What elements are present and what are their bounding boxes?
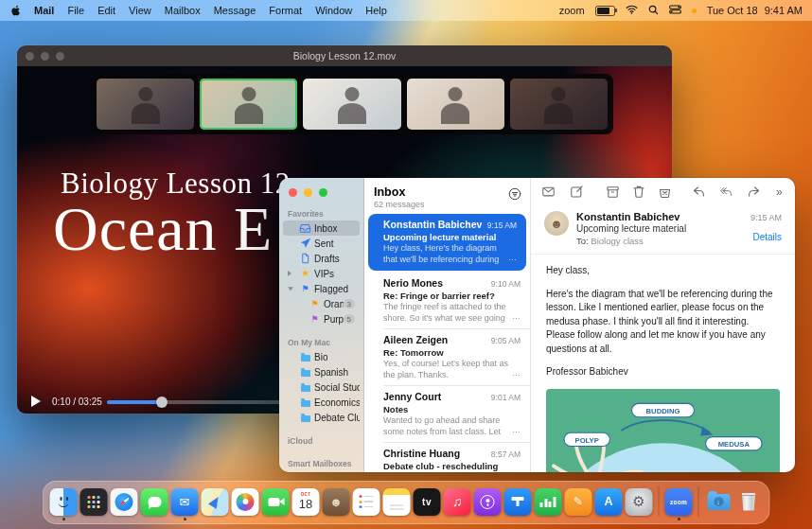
message-subject: Upcoming lecture material — [576, 223, 743, 234]
forward-icon[interactable] — [748, 186, 760, 197]
photos-app-icon[interactable] — [232, 488, 259, 516]
zoom-app-icon[interactable]: zoom — [665, 488, 693, 516]
sidebar-item-sent[interactable]: Sent — [283, 236, 360, 251]
chevron-down-icon[interactable] — [288, 287, 293, 291]
participant-video-tile[interactable] — [510, 79, 608, 130]
participant-video-tile[interactable] — [97, 79, 194, 130]
sidebar-item-label: Purple — [324, 314, 344, 325]
diagram-label-polyp: POLYP — [575, 435, 599, 444]
message-list-item[interactable]: Jenny Court9:01 AMNotesWanted to go ahea… — [364, 386, 530, 443]
launchpad-app-icon[interactable] — [80, 488, 108, 516]
menu-extra-zoom[interactable]: zoom — [559, 5, 585, 16]
participant-video-tile[interactable] — [407, 79, 504, 130]
sidebar-item-social-studies[interactable]: Social Studies — [283, 379, 360, 395]
sidebar-item-economics[interactable]: Economics — [283, 395, 360, 410]
trash-icon[interactable] — [735, 488, 763, 516]
apple-menu-icon[interactable] — [9, 4, 21, 17]
dock: ✉OCT18☻tv♫✎A⚙zoom↓ — [43, 481, 770, 524]
unread-count-badge: 3 — [344, 299, 355, 309]
sidebar-item-spanish[interactable]: Spanish — [283, 364, 360, 379]
menu-file[interactable]: File — [67, 5, 84, 16]
sidebar-item-label: Drafts — [314, 254, 340, 264]
menu-mailbox[interactable]: Mailbox — [165, 5, 201, 16]
participant-video-tile[interactable] — [303, 79, 400, 130]
menu-message[interactable]: Message — [214, 5, 256, 16]
keynote-app-icon[interactable] — [504, 488, 532, 516]
zoom-window-button[interactable] — [319, 188, 327, 197]
message-subject: Debate club - rescheduling — [383, 461, 521, 471]
message-list-item[interactable]: Nerio Mones9:10 AMRe: Fringe or barrier … — [364, 273, 530, 329]
sidebar-item-inbox[interactable]: Inbox — [283, 220, 360, 236]
reply-icon[interactable] — [693, 186, 705, 197]
sidebar-item-drafts[interactable]: Drafts — [283, 251, 360, 266]
message-list-item[interactable]: Konstantin Babichev9:15 AMUpcoming lectu… — [368, 214, 526, 271]
compose-icon[interactable] — [571, 185, 583, 198]
close-window-button[interactable] — [289, 188, 297, 197]
contacts-app-icon[interactable]: ☻ — [323, 488, 350, 516]
pages-app-icon[interactable]: ✎ — [565, 488, 592, 516]
sidebar-item-bio[interactable]: Bio — [283, 349, 360, 364]
delete-icon[interactable] — [633, 185, 644, 198]
video-scrubber-handle[interactable] — [156, 397, 168, 408]
menu-help[interactable]: Help — [365, 5, 387, 16]
control-center-icon[interactable] — [669, 5, 681, 16]
calendar-date: OCT18 — [299, 493, 312, 511]
numbers-app-icon[interactable] — [535, 488, 562, 516]
music-app-icon[interactable]: ♫ — [444, 488, 471, 516]
chevron-right-icon[interactable] — [288, 271, 291, 276]
system-settings-app-icon[interactable]: ⚙ — [626, 488, 653, 516]
message-list-item[interactable]: Aileen Zeigen9:05 AMRe: TomorrowYes, of … — [364, 329, 530, 386]
message-time: 9:15 AM — [487, 220, 517, 230]
appletv-app-icon[interactable]: tv — [414, 488, 441, 516]
diagram-label-budding: BUDDING — [646, 406, 680, 414]
downloads-folder-icon[interactable]: ↓ — [705, 488, 733, 516]
app-store-app-icon[interactable]: A — [595, 488, 623, 516]
filter-icon[interactable] — [508, 187, 521, 204]
sidebar-item-vips[interactable]: ★VIPs — [283, 266, 360, 281]
menu-window[interactable]: Window — [315, 5, 352, 16]
drafts-icon — [299, 253, 311, 264]
preview-ellipsis: … — [512, 425, 521, 436]
archive-icon[interactable] — [607, 186, 619, 198]
reply-all-icon[interactable] — [720, 186, 733, 197]
menu-date[interactable]: Tue Oct 18 — [707, 5, 758, 16]
sidebar-item-debate-club[interactable]: Debate Club — [283, 410, 360, 425]
get-mail-icon[interactable] — [542, 186, 555, 197]
search-icon[interactable] — [794, 185, 795, 198]
menu-edit[interactable]: Edit — [97, 5, 115, 16]
safari-app-icon[interactable] — [111, 488, 138, 516]
details-link[interactable]: Details — [750, 232, 782, 242]
mail-app-icon[interactable]: ✉ — [171, 488, 199, 516]
recipient-name: Biology class — [591, 236, 643, 246]
body-paragraph: Hey class, — [546, 264, 780, 278]
maps-app-icon[interactable] — [202, 488, 229, 516]
minimize-window-button[interactable] — [304, 188, 312, 197]
calendar-app-icon[interactable]: OCT18 — [292, 488, 320, 516]
battery-icon[interactable] — [595, 6, 615, 16]
junk-icon[interactable] — [659, 186, 671, 198]
finder-app-icon[interactable] — [50, 488, 78, 516]
folder-icon — [299, 353, 311, 361]
messages-app-icon[interactable] — [141, 488, 168, 516]
more-toolbar-items-icon[interactable]: » — [776, 186, 783, 198]
wifi-icon[interactable] — [626, 5, 638, 16]
sidebar-item-purple[interactable]: ⚑Purple5 — [283, 311, 360, 326]
podcasts-app-icon[interactable] — [474, 488, 502, 516]
sidebar-section-on-my-mac: On My Mac — [279, 326, 363, 349]
menu-time[interactable]: 9:41 AM — [765, 5, 803, 16]
menu-view[interactable]: View — [129, 5, 151, 16]
app-menu-title[interactable]: Mail — [34, 5, 54, 16]
participant-video-tile[interactable] — [200, 79, 297, 130]
sidebar-item-orange[interactable]: ⚑Orange3 — [283, 296, 360, 311]
video-window-titlebar[interactable]: Biology Lesson 12.mov — [17, 45, 672, 66]
sidebar-item-flagged[interactable]: ⚑Flagged — [283, 281, 360, 296]
sidebar-section-icloud: iCloud — [279, 425, 363, 448]
play-button[interactable] — [31, 396, 41, 407]
facetime-app-icon[interactable] — [262, 488, 290, 516]
menu-format[interactable]: Format — [269, 5, 302, 16]
notes-app-icon[interactable] — [383, 488, 411, 516]
spotlight-search-icon[interactable] — [648, 5, 659, 17]
reminders-app-icon[interactable] — [353, 488, 380, 516]
desktop: Mail FileEditViewMailboxMessageFormatWin… — [0, 0, 812, 529]
message-list-item[interactable]: Christine Huang8:57 AMDebate club - resc… — [364, 443, 530, 472]
